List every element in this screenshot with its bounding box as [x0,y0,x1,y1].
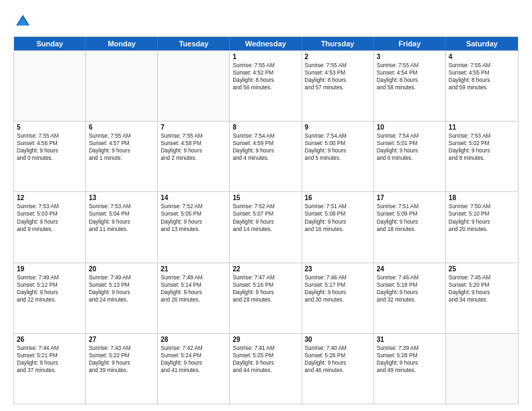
day-number-5: 5 [17,124,83,131]
empty-cell-4-6 [446,334,518,404]
day-number-7: 7 [161,124,226,131]
day-number-14: 14 [161,194,226,201]
day-number-13: 13 [89,194,154,201]
week-row-2: 12Sunrise: 7:53 AM Sunset: 5:03 PM Dayli… [14,191,518,262]
day-cell-15: 15Sunrise: 7:52 AM Sunset: 5:07 PM Dayli… [230,192,302,262]
empty-cell-0-2 [158,51,230,121]
logo [13,12,35,31]
day-cell-1: 1Sunrise: 7:55 AM Sunset: 4:52 PM Daylig… [230,51,302,121]
day-text-11: Sunrise: 7:53 AM Sunset: 5:02 PM Dayligh… [449,132,515,162]
day-cell-30: 30Sunrise: 7:40 AM Sunset: 5:26 PM Dayli… [302,334,374,404]
week-row-4: 26Sunrise: 7:44 AM Sunset: 5:21 PM Dayli… [14,333,518,404]
day-cell-28: 28Sunrise: 7:42 AM Sunset: 5:24 PM Dayli… [158,334,230,404]
day-cell-31: 31Sunrise: 7:39 AM Sunset: 5:28 PM Dayli… [374,334,446,404]
day-text-3: Sunrise: 7:55 AM Sunset: 4:54 PM Dayligh… [377,62,443,91]
day-cell-13: 13Sunrise: 7:53 AM Sunset: 5:04 PM Dayli… [86,192,158,262]
day-number-20: 20 [89,265,154,273]
day-cell-4: 4Sunrise: 7:55 AM Sunset: 4:55 PM Daylig… [446,51,518,121]
day-number-21: 21 [161,265,226,273]
day-text-17: Sunrise: 7:51 AM Sunset: 5:09 PM Dayligh… [377,203,443,232]
header [13,12,519,31]
day-text-30: Sunrise: 7:40 AM Sunset: 5:26 PM Dayligh… [305,345,371,374]
day-number-31: 31 [377,336,443,343]
day-cell-7: 7Sunrise: 7:55 AM Sunset: 4:58 PM Daylig… [158,122,230,191]
day-text-2: Sunrise: 7:55 AM Sunset: 4:53 PM Dayligh… [305,62,371,91]
day-text-22: Sunrise: 7:47 AM Sunset: 5:16 PM Dayligh… [232,274,298,304]
day-text-14: Sunrise: 7:52 AM Sunset: 5:05 PM Dayligh… [161,203,226,232]
day-text-28: Sunrise: 7:42 AM Sunset: 5:24 PM Dayligh… [161,345,226,374]
day-text-27: Sunrise: 7:43 AM Sunset: 5:22 PM Dayligh… [89,345,154,374]
day-number-22: 22 [232,265,298,273]
day-cell-21: 21Sunrise: 7:48 AM Sunset: 5:14 PM Dayli… [158,263,230,333]
day-number-23: 23 [305,265,371,273]
day-cell-26: 26Sunrise: 7:44 AM Sunset: 5:21 PM Dayli… [14,334,86,404]
day-cell-18: 18Sunrise: 7:50 AM Sunset: 5:10 PM Dayli… [446,192,518,262]
week-row-0: 1Sunrise: 7:55 AM Sunset: 4:52 PM Daylig… [14,50,518,121]
day-cell-29: 29Sunrise: 7:41 AM Sunset: 5:25 PM Dayli… [230,334,302,404]
day-cell-17: 17Sunrise: 7:51 AM Sunset: 5:09 PM Dayli… [374,192,446,262]
day-number-3: 3 [377,53,443,60]
day-cell-22: 22Sunrise: 7:47 AM Sunset: 5:16 PM Dayli… [230,263,302,333]
day-text-7: Sunrise: 7:55 AM Sunset: 4:58 PM Dayligh… [161,132,226,162]
calendar-body: 1Sunrise: 7:55 AM Sunset: 4:52 PM Daylig… [14,50,518,404]
day-text-25: Sunrise: 7:45 AM Sunset: 5:20 PM Dayligh… [449,274,515,304]
day-cell-8: 8Sunrise: 7:54 AM Sunset: 4:59 PM Daylig… [230,122,302,191]
day-number-28: 28 [161,336,226,343]
day-number-24: 24 [377,265,443,273]
empty-cell-0-0 [14,51,86,121]
day-text-9: Sunrise: 7:54 AM Sunset: 5:00 PM Dayligh… [305,132,371,162]
week-row-3: 19Sunrise: 7:49 AM Sunset: 5:12 PM Dayli… [14,263,518,333]
day-text-13: Sunrise: 7:53 AM Sunset: 5:04 PM Dayligh… [89,203,154,232]
day-text-4: Sunrise: 7:55 AM Sunset: 4:55 PM Dayligh… [449,62,515,91]
calendar-header: Sunday Monday Tuesday Wednesday Thursday… [14,37,518,50]
day-text-8: Sunrise: 7:54 AM Sunset: 4:59 PM Dayligh… [232,132,298,162]
day-number-1: 1 [232,53,298,60]
week-row-1: 5Sunrise: 7:55 AM Sunset: 4:56 PM Daylig… [14,121,518,191]
day-text-12: Sunrise: 7:53 AM Sunset: 5:03 PM Dayligh… [17,203,83,232]
day-text-15: Sunrise: 7:52 AM Sunset: 5:07 PM Dayligh… [232,203,298,232]
day-number-30: 30 [305,336,371,343]
day-cell-3: 3Sunrise: 7:55 AM Sunset: 4:54 PM Daylig… [374,51,446,121]
day-cell-11: 11Sunrise: 7:53 AM Sunset: 5:02 PM Dayli… [446,122,518,191]
day-text-16: Sunrise: 7:51 AM Sunset: 5:08 PM Dayligh… [305,203,371,232]
day-cell-5: 5Sunrise: 7:55 AM Sunset: 4:56 PM Daylig… [14,122,86,191]
day-cell-19: 19Sunrise: 7:49 AM Sunset: 5:12 PM Dayli… [14,263,86,333]
day-cell-10: 10Sunrise: 7:54 AM Sunset: 5:01 PM Dayli… [374,122,446,191]
day-text-18: Sunrise: 7:50 AM Sunset: 5:10 PM Dayligh… [449,203,515,232]
day-text-24: Sunrise: 7:46 AM Sunset: 5:18 PM Dayligh… [377,274,443,304]
header-friday: Friday [374,37,446,50]
day-number-4: 4 [449,53,515,60]
day-number-19: 19 [17,265,83,273]
day-cell-9: 9Sunrise: 7:54 AM Sunset: 5:00 PM Daylig… [302,122,374,191]
day-cell-16: 16Sunrise: 7:51 AM Sunset: 5:08 PM Dayli… [302,192,374,262]
day-cell-27: 27Sunrise: 7:43 AM Sunset: 5:22 PM Dayli… [86,334,158,404]
day-cell-24: 24Sunrise: 7:46 AM Sunset: 5:18 PM Dayli… [374,263,446,333]
day-cell-12: 12Sunrise: 7:53 AM Sunset: 5:03 PM Dayli… [14,192,86,262]
day-text-20: Sunrise: 7:49 AM Sunset: 5:13 PM Dayligh… [89,274,154,304]
day-number-9: 9 [305,124,371,131]
calendar: Sunday Monday Tuesday Wednesday Thursday… [13,36,519,404]
page: Sunday Monday Tuesday Wednesday Thursday… [0,0,532,411]
day-cell-14: 14Sunrise: 7:52 AM Sunset: 5:05 PM Dayli… [158,192,230,262]
day-number-26: 26 [17,336,83,343]
header-sunday: Sunday [14,37,86,50]
header-thursday: Thursday [302,37,374,50]
day-number-17: 17 [377,194,443,201]
day-number-18: 18 [449,194,515,201]
day-cell-20: 20Sunrise: 7:49 AM Sunset: 5:13 PM Dayli… [86,263,158,333]
day-text-23: Sunrise: 7:46 AM Sunset: 5:17 PM Dayligh… [305,274,371,304]
day-number-27: 27 [89,336,154,343]
day-cell-23: 23Sunrise: 7:46 AM Sunset: 5:17 PM Dayli… [302,263,374,333]
day-text-31: Sunrise: 7:39 AM Sunset: 5:28 PM Dayligh… [377,345,443,374]
header-monday: Monday [86,37,158,50]
day-text-5: Sunrise: 7:55 AM Sunset: 4:56 PM Dayligh… [17,132,83,162]
day-number-29: 29 [232,336,298,343]
day-text-29: Sunrise: 7:41 AM Sunset: 5:25 PM Dayligh… [232,345,298,374]
day-number-2: 2 [305,53,371,60]
day-text-1: Sunrise: 7:55 AM Sunset: 4:52 PM Dayligh… [232,62,298,91]
day-number-16: 16 [305,194,371,201]
day-cell-6: 6Sunrise: 7:55 AM Sunset: 4:57 PM Daylig… [86,122,158,191]
day-text-6: Sunrise: 7:55 AM Sunset: 4:57 PM Dayligh… [89,132,154,162]
day-number-25: 25 [449,265,515,273]
day-text-10: Sunrise: 7:54 AM Sunset: 5:01 PM Dayligh… [377,132,443,162]
